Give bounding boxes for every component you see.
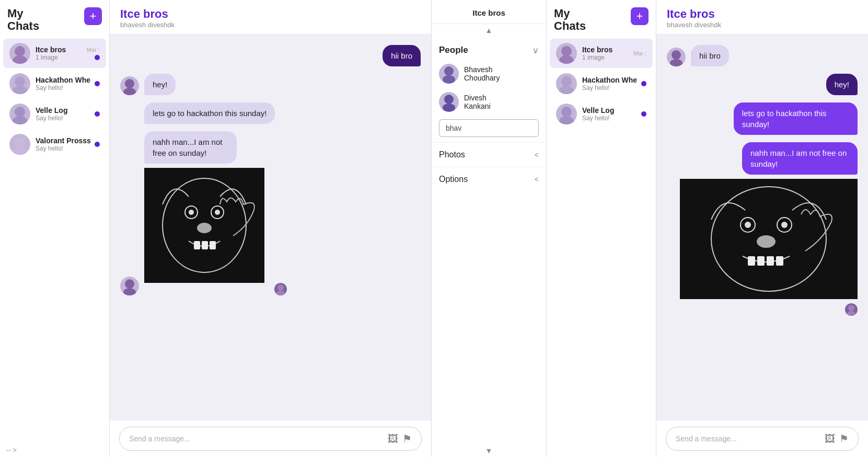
svg-point-27 <box>443 104 455 112</box>
svg-point-8 <box>125 79 134 88</box>
svg-point-42 <box>757 235 776 248</box>
search-people-input[interactable] <box>439 119 539 137</box>
person-avatar-divesh <box>439 92 459 112</box>
svg-point-48 <box>847 311 855 316</box>
right-image-upload-icon[interactable]: 🖼 <box>825 433 835 445</box>
chat-name-valorant: Valorant Prosss <box>36 136 92 145</box>
chat-item-itce-bros[interactable]: Itce bros 1 image Mar : <box>3 39 106 68</box>
chat-name-hackathon: Hackathon Whe <box>36 76 92 84</box>
message-input[interactable]: Send a message... 🖼 ⚑ <box>119 427 422 451</box>
right-chat-panel-subtitle: bhavesh diveshdk <box>667 21 858 29</box>
people-chevron[interactable]: ∨ <box>533 45 539 55</box>
svg-point-31 <box>559 86 574 94</box>
svg-point-35 <box>670 59 682 66</box>
svg-point-18 <box>197 223 212 233</box>
scroll-arrow-top[interactable]: ▲ <box>432 24 546 37</box>
chat-item-velle[interactable]: Velle Log Say hello! <box>3 99 106 129</box>
svg-rect-46 <box>776 256 783 266</box>
right-message-row-1: hii bro <box>667 45 858 66</box>
chat-input-bar: Send a message... 🖼 ⚑ <box>110 420 431 457</box>
svg-point-40 <box>745 222 751 228</box>
main-chat-panel: Itce bros bhavesh diveshdk hii bro hey! … <box>110 0 432 457</box>
svg-rect-43 <box>748 256 755 266</box>
right-my-chats-title: MyChats <box>554 7 586 32</box>
chat-item-valorant[interactable]: Valorant Prosss Say hello! <box>3 130 106 159</box>
options-chevron[interactable]: < <box>535 175 539 184</box>
right-message-image-4 <box>680 179 858 299</box>
left-sidebar: MyChats + Itce bros 1 image Mar : Hackat… <box>0 0 110 457</box>
right-chat-item-itce[interactable]: Itce bros 1 image Mar : <box>550 39 653 68</box>
message-bubble-2: hey! <box>144 74 176 95</box>
sidebar-header: MyChats + <box>0 0 109 35</box>
msg-avatar-4 <box>120 277 139 295</box>
chat-panel-header: Itce bros bhavesh diveshdk <box>110 0 431 35</box>
people-section: People ∨ BhaveshChoudhary DiveshKankani <box>432 37 546 142</box>
svg-point-4 <box>15 107 25 117</box>
message-bubble-3: lets go to hackathon this sunday! <box>144 102 275 124</box>
message-image-4 <box>144 168 264 283</box>
image-upload-icon[interactable]: 🖼 <box>388 433 398 445</box>
right-input-actions: 🖼 ⚑ <box>825 432 849 445</box>
svg-point-22 <box>277 284 284 291</box>
bottom-arrow: -- > <box>0 443 109 457</box>
send-icon[interactable]: ⚑ <box>402 432 412 445</box>
right-chat-info-hackathon: Hackathon Whe Say hello! <box>582 76 639 92</box>
people-panel-chat-header: Itce bros <box>432 0 546 24</box>
right-chat-panel: Itce bros bhavesh diveshdk hii bro hey! … <box>656 0 868 457</box>
svg-point-28 <box>561 46 572 56</box>
right-chat-item-hackathon[interactable]: Hackathon Whe Say hello! <box>550 69 653 98</box>
people-chat-name: Itce bros <box>472 4 505 19</box>
right-chat-preview-velle: Say hello! <box>582 115 639 122</box>
svg-point-41 <box>781 222 788 228</box>
svg-point-0 <box>15 46 25 56</box>
svg-point-6 <box>15 137 25 147</box>
right-message-input[interactable]: Send a message... 🖼 ⚑ <box>666 427 859 451</box>
right-add-chat-button[interactable]: + <box>631 7 649 25</box>
chat-preview-valorant: Say hello! <box>36 145 92 152</box>
svg-rect-45 <box>767 256 774 266</box>
chat-panel-subtitle: bhavesh diveshdk <box>120 21 421 29</box>
right-chat-meta-velle <box>641 111 646 117</box>
messages-area: hii bro hey! lets go to hackathon this s… <box>110 35 431 420</box>
people-section-header[interactable]: People ∨ <box>439 41 539 60</box>
msg-avatar-2 <box>120 76 139 95</box>
add-chat-button[interactable]: + <box>84 7 102 25</box>
right-message-group-4: nahh man...I am not free on sunday! <box>680 142 858 316</box>
unread-dot-valorant <box>95 142 100 147</box>
chat-name-velle: Velle Log <box>36 106 92 115</box>
svg-point-47 <box>848 305 854 311</box>
message-group-4: nahh man...I am not free on sunday! <box>144 131 287 295</box>
right-chat-input-bar: Send a message... 🖼 ⚑ <box>656 420 868 457</box>
right-send-icon[interactable]: ⚑ <box>839 432 849 445</box>
right-chat-name-velle: Velle Log <box>582 106 639 115</box>
avatar-hackathon <box>9 73 30 94</box>
person-avatar-bhavesh <box>439 64 459 84</box>
svg-point-34 <box>672 50 681 60</box>
options-header[interactable]: Options < <box>439 170 539 188</box>
input-placeholder: Send a message... <box>129 435 190 443</box>
right-avatar-itce <box>556 43 577 64</box>
right-chat-item-velle[interactable]: Velle Log Say hello! <box>550 99 653 129</box>
right-chat-meta-itce: Mar : <box>633 50 646 56</box>
message-bubble-1: hii bro <box>383 45 421 66</box>
svg-rect-44 <box>757 256 765 266</box>
photos-chevron[interactable]: < <box>535 151 539 159</box>
scroll-arrow-bottom[interactable]: ▼ <box>432 444 546 457</box>
svg-point-26 <box>444 95 454 104</box>
chat-info-valorant: Valorant Prosss Say hello! <box>36 136 92 152</box>
person-name-bhavesh: BhaveshChoudhary <box>464 65 500 82</box>
chat-item-hackathon[interactable]: Hackathon Whe Say hello! <box>3 69 106 98</box>
chat-preview-itce-bros: 1 image <box>36 54 85 61</box>
chat-panel-title: Itce bros <box>120 7 421 21</box>
svg-point-11 <box>123 288 136 295</box>
svg-point-17 <box>215 210 220 215</box>
avatar-valorant <box>9 134 30 155</box>
chat-preview-velle: Say hello! <box>36 115 92 122</box>
photos-header[interactable]: Photos < <box>439 146 539 164</box>
right-message-bubble-1: hii bro <box>691 45 729 66</box>
right-avatar-hackathon <box>556 73 577 94</box>
right-sidebar-header: MyChats + <box>547 0 656 35</box>
svg-point-23 <box>276 291 285 295</box>
right-chat-list: Itce bros 1 image Mar : Hackathon Whe Sa… <box>547 35 656 457</box>
right-avatar-velle <box>556 104 577 124</box>
